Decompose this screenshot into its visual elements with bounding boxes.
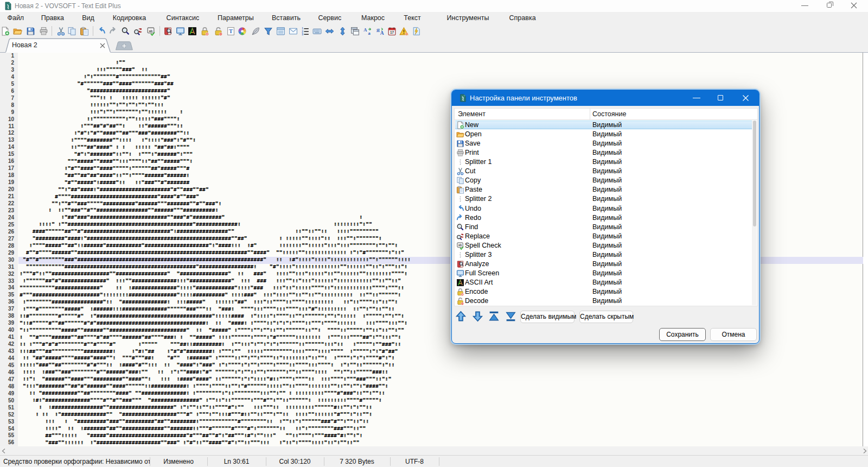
svg-text:1: 1 bbox=[302, 27, 303, 30]
svg-text:ab: ab bbox=[458, 243, 462, 247]
svg-text:Я: Я bbox=[376, 27, 379, 33]
svg-text:T: T bbox=[229, 28, 233, 34]
svg-text:A: A bbox=[363, 27, 367, 32]
svg-text:17: 17 bbox=[390, 30, 394, 34]
svg-text:ab: ab bbox=[149, 29, 152, 32]
svg-text:A: A bbox=[380, 30, 384, 36]
svg-text:2: 2 bbox=[302, 30, 303, 33]
svg-text:a: a bbox=[368, 30, 371, 36]
svg-text:3: 3 bbox=[302, 33, 303, 35]
